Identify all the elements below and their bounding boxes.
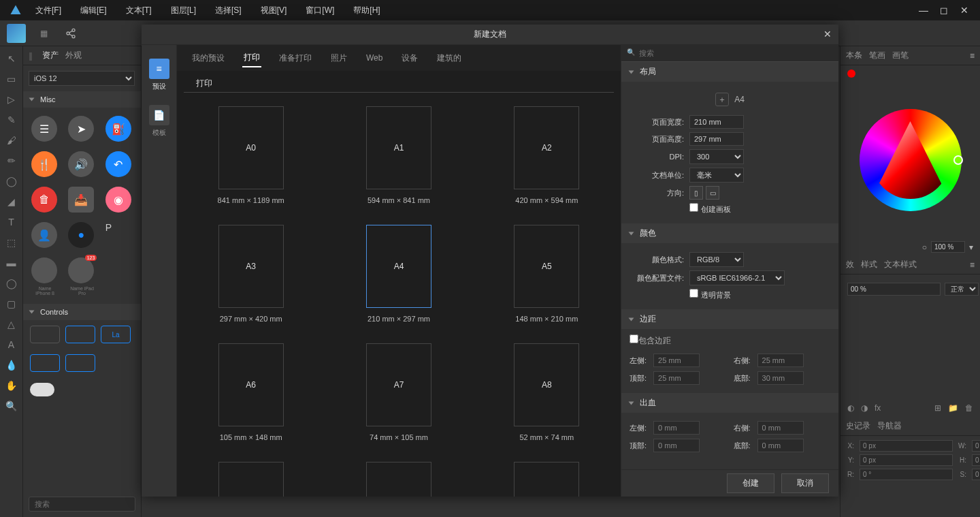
control-swatch[interactable]	[30, 326, 60, 343]
tab-styles[interactable]: 样式	[861, 259, 877, 270]
preset-item[interactable]: A852 mm × 74 mm	[493, 343, 600, 441]
margins-section-header[interactable]: 边距	[621, 309, 838, 329]
navigate-icon[interactable]: ➤	[68, 116, 94, 142]
artboard-tool-icon[interactable]: ▭	[5, 72, 18, 86]
preset-item[interactable]: A2420 mm × 594 mm	[493, 106, 600, 204]
preset-item[interactable]: A5148 mm × 210 mm	[493, 225, 600, 323]
hand-tool-icon[interactable]: ✋	[5, 379, 18, 392]
trash-icon[interactable]: 🗑	[965, 403, 973, 413]
margin-top-input[interactable]	[653, 371, 700, 385]
node-tool-icon[interactable]: ▷	[5, 93, 18, 106]
cancel-button[interactable]: 取消	[781, 473, 829, 493]
device-iphone-icon[interactable]	[31, 257, 57, 283]
category-tab[interactable]: 照片	[329, 50, 348, 67]
add-preset-icon[interactable]: ＋	[715, 93, 729, 106]
controls-header[interactable]: Controls	[23, 304, 141, 320]
units-select[interactable]: 毫米	[689, 168, 744, 183]
menu-file[interactable]: 文件[F]	[26, 5, 71, 16]
move-tool-icon[interactable]: ↖	[5, 52, 18, 65]
eyedropper-tool-icon[interactable]: 💧	[5, 358, 18, 372]
preset-item[interactable]: A3297 mm × 420 mm	[197, 225, 304, 323]
gradient-tool-icon[interactable]: ◢	[5, 195, 18, 208]
nav-y-input[interactable]	[860, 454, 953, 466]
menu-help[interactable]: 帮助[H]	[344, 5, 389, 16]
ellipse-tool-icon[interactable]: ◯	[5, 277, 18, 290]
layer-opacity-input[interactable]	[847, 283, 941, 296]
control-swatch[interactable]	[65, 326, 95, 343]
tab-templates[interactable]: 📄 模板	[147, 105, 172, 138]
nav-s-input[interactable]	[972, 469, 980, 480]
tab-presets[interactable]: ≡ 预设	[147, 59, 172, 91]
pencil-tool-icon[interactable]: ✏	[5, 154, 18, 168]
tab-appearance[interactable]: 外观	[65, 50, 82, 61]
preset-item[interactable]: A4210 mm × 297 mm	[345, 225, 452, 323]
color-section-header[interactable]: 颜色	[621, 223, 838, 243]
fingerprint-icon[interactable]: ◉	[105, 187, 131, 213]
tab-navigator[interactable]: 导航器	[877, 420, 902, 432]
bleed-left-input[interactable]	[653, 421, 700, 435]
settings-search-input[interactable]	[621, 45, 838, 62]
text-tool-icon[interactable]: T	[5, 215, 18, 229]
create-button[interactable]: 创建	[727, 473, 774, 493]
rounded-rect-tool-icon[interactable]: ▢	[5, 297, 18, 311]
misc-header[interactable]: Misc	[23, 91, 141, 108]
create-artboard-checkbox[interactable]	[689, 203, 698, 212]
dropdown-icon[interactable]: ▾	[969, 242, 973, 252]
apple-pay-icon[interactable]: P	[105, 222, 133, 248]
foreground-color-icon[interactable]	[847, 69, 855, 78]
preset-item[interactable]: A1594 mm × 841 mm	[345, 106, 452, 204]
control-swatch[interactable]	[30, 354, 60, 372]
dialog-close-icon[interactable]: ✕	[823, 29, 832, 40]
color-wheel[interactable]	[860, 109, 962, 211]
preset-item[interactable]: A9	[197, 462, 304, 497]
device-preset-select[interactable]: iOS 12	[29, 71, 135, 86]
tab-stroke[interactable]: 笔画	[869, 50, 885, 61]
menu-text[interactable]: 文本[T]	[116, 5, 161, 16]
margin-bottom-input[interactable]	[757, 371, 804, 385]
page-height-input[interactable]	[689, 132, 744, 146]
preset-item[interactable]: A774 mm × 105 mm	[345, 343, 452, 441]
user-icon[interactable]: 👤	[31, 222, 57, 248]
shape-tool-icon[interactable]: ◯	[5, 174, 18, 188]
brush-tool-icon[interactable]: 🖌	[5, 134, 18, 147]
category-tab[interactable]: 设备	[400, 50, 419, 67]
transparent-bg-checkbox[interactable]	[689, 289, 698, 298]
toggle-switch[interactable]	[30, 383, 54, 396]
blend-mode-select[interactable]: 正常	[945, 283, 979, 296]
reply-icon[interactable]: ↶	[105, 151, 131, 177]
menu-layer[interactable]: 图层[L]	[161, 5, 206, 16]
zoom-tool-icon[interactable]: 🔍	[5, 399, 18, 413]
category-tab[interactable]: 我的预设	[191, 50, 226, 67]
tab-brushes[interactable]: 画笔	[892, 50, 909, 61]
nav-h-input[interactable]	[972, 454, 980, 466]
category-tab[interactable]: Web	[365, 50, 384, 65]
layout-section-header[interactable]: 布局	[621, 62, 838, 82]
bleed-top-input[interactable]	[653, 439, 700, 452]
window-close-icon[interactable]: ✕	[954, 5, 975, 16]
bleed-bottom-input[interactable]	[757, 439, 804, 452]
margin-left-input[interactable]	[653, 354, 700, 367]
color-format-select[interactable]: RGB/8	[689, 252, 744, 267]
window-minimize-icon[interactable]: —	[913, 5, 934, 16]
tab-swatches[interactable]: 本条	[846, 50, 862, 61]
category-tab[interactable]: 准备打印	[278, 50, 313, 67]
pen-tool-icon[interactable]: ✎	[5, 113, 18, 127]
preset-item[interactable]: A10	[345, 462, 452, 497]
crop-tool-icon[interactable]: ⬚	[5, 236, 18, 249]
category-tab[interactable]: 打印	[242, 49, 261, 67]
frame-text-tool-icon[interactable]: A	[5, 338, 18, 351]
color-profile-select[interactable]: sRGB IEC61966-2.1	[689, 270, 785, 285]
panel-menu-icon[interactable]: ≡	[970, 260, 975, 270]
preset-item[interactable]: A0841 mm × 1189 mm	[197, 106, 304, 204]
mask-icon[interactable]: ◐	[847, 403, 854, 413]
preset-item[interactable]: A6105 mm × 148 mm	[197, 343, 304, 441]
orientation-portrait-icon[interactable]: ▯	[689, 186, 703, 200]
page-width-input[interactable]	[689, 115, 744, 129]
food-icon[interactable]: 🍴	[31, 151, 57, 177]
menu-view[interactable]: 视图[V]	[251, 5, 297, 16]
volume-icon[interactable]: 🔊	[68, 151, 94, 177]
preset-item[interactable]: Letter	[493, 462, 600, 497]
bleed-section-header[interactable]: 出血	[621, 393, 838, 413]
folder-icon[interactable]: 📁	[948, 403, 958, 413]
panel-menu-icon[interactable]: ≡	[970, 51, 975, 61]
